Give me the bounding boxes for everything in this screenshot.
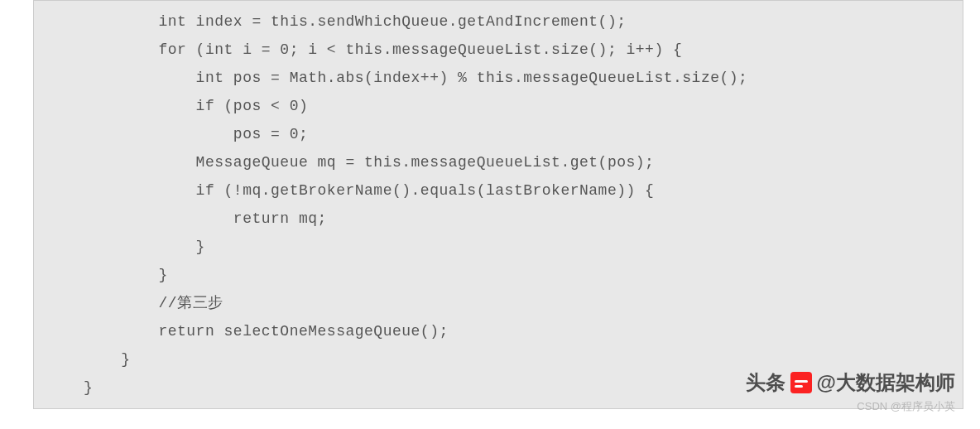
code-line: return selectOneMessageQueue(); bbox=[34, 317, 963, 345]
code-line: } bbox=[34, 233, 963, 261]
watermark-csdn: CSDN @程序员小英 bbox=[857, 399, 955, 414]
code-block: int index = this.sendWhichQueue.getAndIn… bbox=[33, 0, 963, 409]
code-line: if (!mq.getBrokerName().equals(lastBroke… bbox=[34, 176, 963, 205]
code-line: MessageQueue mq = this.messageQueueList.… bbox=[34, 148, 963, 176]
code-line: //第三步 bbox=[34, 289, 963, 317]
code-line: if (pos < 0) bbox=[34, 92, 963, 120]
toutiao-logo-icon bbox=[790, 372, 812, 393]
code-line: pos = 0; bbox=[34, 120, 963, 148]
watermark-prefix: 头条 bbox=[746, 369, 785, 396]
watermark-toutiao: 头条 @大数据架构师 bbox=[746, 369, 955, 396]
code-line: } bbox=[34, 261, 963, 289]
watermark-text: @大数据架构师 bbox=[817, 369, 955, 396]
code-line: for (int i = 0; i < this.messageQueueLis… bbox=[34, 36, 963, 64]
code-line: return mq; bbox=[34, 205, 963, 233]
code-line: int pos = Math.abs(index++) % this.messa… bbox=[34, 64, 963, 92]
code-line: int index = this.sendWhichQueue.getAndIn… bbox=[34, 7, 963, 36]
